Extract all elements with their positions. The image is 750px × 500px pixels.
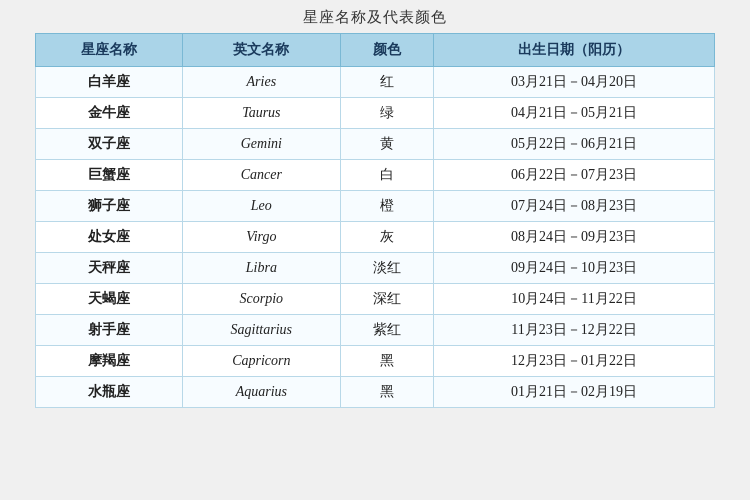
zodiac-dates: 04月21日－05月21日 (434, 98, 715, 129)
zodiac-english: Taurus (183, 98, 341, 129)
table-header-row: 星座名称英文名称颜色出生日期（阳历） (36, 34, 715, 67)
zodiac-color: 橙 (340, 191, 434, 222)
zodiac-english: Virgo (183, 222, 341, 253)
zodiac-chinese: 狮子座 (36, 191, 183, 222)
zodiac-chinese: 白羊座 (36, 67, 183, 98)
table-row: 天蝎座Scorpio深红10月24日－11月22日 (36, 284, 715, 315)
table-row: 狮子座Leo橙07月24日－08月23日 (36, 191, 715, 222)
table-row: 射手座Sagittarius紫红11月23日－12月22日 (36, 315, 715, 346)
zodiac-english: Scorpio (183, 284, 341, 315)
zodiac-dates: 03月21日－04月20日 (434, 67, 715, 98)
zodiac-chinese: 射手座 (36, 315, 183, 346)
zodiac-color: 灰 (340, 222, 434, 253)
zodiac-english: Gemini (183, 129, 341, 160)
table-row: 处女座Virgo灰08月24日－09月23日 (36, 222, 715, 253)
zodiac-color: 绿 (340, 98, 434, 129)
zodiac-chinese: 双子座 (36, 129, 183, 160)
zodiac-chinese: 天秤座 (36, 253, 183, 284)
table-row: 双子座Gemini黄05月22日－06月21日 (36, 129, 715, 160)
zodiac-color: 黑 (340, 346, 434, 377)
table-row: 金牛座Taurus绿04月21日－05月21日 (36, 98, 715, 129)
page-title: 星座名称及代表颜色 (303, 8, 447, 27)
zodiac-dates: 12月23日－01月22日 (434, 346, 715, 377)
column-header: 英文名称 (183, 34, 341, 67)
zodiac-english: Aries (183, 67, 341, 98)
zodiac-color: 深红 (340, 284, 434, 315)
column-header: 星座名称 (36, 34, 183, 67)
zodiac-chinese: 天蝎座 (36, 284, 183, 315)
zodiac-dates: 08月24日－09月23日 (434, 222, 715, 253)
zodiac-english: Leo (183, 191, 341, 222)
zodiac-dates: 05月22日－06月21日 (434, 129, 715, 160)
zodiac-chinese: 摩羯座 (36, 346, 183, 377)
zodiac-dates: 06月22日－07月23日 (434, 160, 715, 191)
zodiac-color: 黑 (340, 377, 434, 408)
column-header: 颜色 (340, 34, 434, 67)
table-row: 摩羯座Capricorn黑12月23日－01月22日 (36, 346, 715, 377)
zodiac-english: Sagittarius (183, 315, 341, 346)
zodiac-english: Capricorn (183, 346, 341, 377)
table-row: 天秤座Libra淡红09月24日－10月23日 (36, 253, 715, 284)
zodiac-english: Aquarius (183, 377, 341, 408)
zodiac-chinese: 金牛座 (36, 98, 183, 129)
zodiac-color: 白 (340, 160, 434, 191)
zodiac-dates: 07月24日－08月23日 (434, 191, 715, 222)
zodiac-color: 黄 (340, 129, 434, 160)
zodiac-table-wrapper: 星座名称英文名称颜色出生日期（阳历） 白羊座Aries红03月21日－04月20… (35, 33, 715, 408)
zodiac-chinese: 水瓶座 (36, 377, 183, 408)
table-row: 巨蟹座Cancer白06月22日－07月23日 (36, 160, 715, 191)
zodiac-dates: 09月24日－10月23日 (434, 253, 715, 284)
table-row: 白羊座Aries红03月21日－04月20日 (36, 67, 715, 98)
table-row: 水瓶座Aquarius黑01月21日－02月19日 (36, 377, 715, 408)
column-header: 出生日期（阳历） (434, 34, 715, 67)
zodiac-color: 红 (340, 67, 434, 98)
zodiac-english: Libra (183, 253, 341, 284)
zodiac-chinese: 巨蟹座 (36, 160, 183, 191)
zodiac-dates: 01月21日－02月19日 (434, 377, 715, 408)
zodiac-english: Cancer (183, 160, 341, 191)
zodiac-dates: 11月23日－12月22日 (434, 315, 715, 346)
zodiac-dates: 10月24日－11月22日 (434, 284, 715, 315)
zodiac-table: 星座名称英文名称颜色出生日期（阳历） 白羊座Aries红03月21日－04月20… (35, 33, 715, 408)
zodiac-chinese: 处女座 (36, 222, 183, 253)
zodiac-color: 紫红 (340, 315, 434, 346)
zodiac-color: 淡红 (340, 253, 434, 284)
